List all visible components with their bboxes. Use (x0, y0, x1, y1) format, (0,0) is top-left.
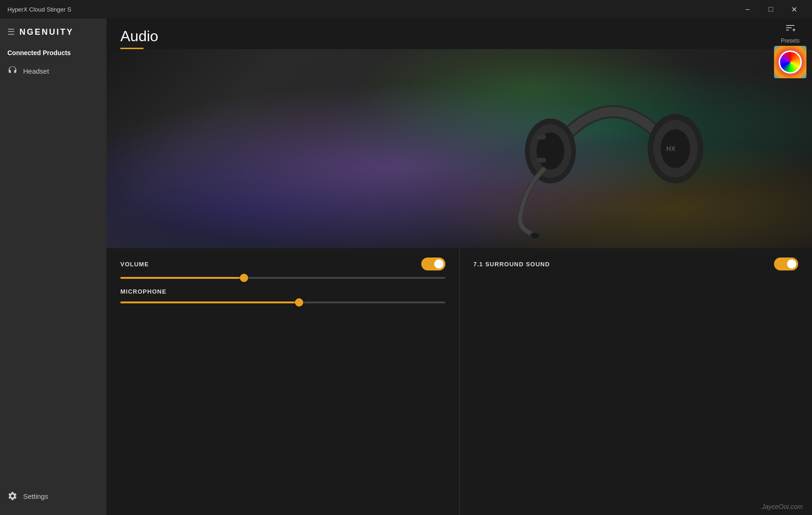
sidebar-bottom: Settings (0, 486, 106, 515)
watermark: JayceOoi.com (762, 503, 803, 510)
presets-area: Presets (768, 19, 812, 82)
volume-slider-track[interactable] (120, 277, 445, 279)
controls-area: VOLUME MICROPHONE 7. (106, 248, 812, 515)
presets-icon (785, 22, 796, 33)
surround-toggle[interactable] (774, 258, 798, 270)
title-bar-left: HyperX Cloud Stinger S (7, 6, 71, 13)
page-title-underline (120, 48, 144, 49)
headset-image: HX (497, 58, 729, 248)
main-content: Presets Audio (106, 19, 812, 515)
maximize-button[interactable]: □ (760, 2, 781, 17)
settings-icon (7, 491, 18, 501)
svg-point-5 (661, 129, 690, 168)
microphone-label: MICROPHONE (120, 288, 167, 295)
sidebar: ☰ NGENUITY Connected Products Headset Se… (0, 19, 106, 515)
hero-area: HX (106, 49, 812, 248)
presets-thumbnail[interactable] (774, 46, 806, 78)
close-button[interactable]: ✕ (783, 2, 805, 17)
headset-icon (7, 66, 18, 76)
title-bar: HyperX Cloud Stinger S – □ ✕ (0, 0, 812, 19)
page-header: Audio (106, 19, 812, 49)
volume-slider-thumb[interactable] (240, 274, 248, 282)
sidebar-item-headset[interactable]: Headset (0, 61, 106, 81)
svg-point-8 (531, 233, 539, 239)
presets-label: Presets (781, 38, 800, 44)
presets-thumbnail-inner (779, 50, 802, 74)
microphone-slider-track[interactable] (120, 301, 445, 303)
volume-row: VOLUME (120, 258, 445, 270)
headset-label: Headset (23, 67, 49, 75)
surround-label: 7.1 SURROUND SOUND (474, 261, 550, 268)
settings-label: Settings (23, 492, 48, 500)
connected-products-title: Connected Products (0, 43, 106, 61)
hamburger-icon[interactable]: ☰ (7, 27, 15, 37)
svg-text:HX: HX (666, 145, 675, 152)
app-body: ☰ NGENUITY Connected Products Headset Se… (0, 19, 812, 515)
page-title: Audio (120, 28, 798, 45)
volume-label: VOLUME (120, 261, 149, 268)
surround-row: 7.1 SURROUND SOUND (474, 258, 799, 270)
microphone-row: MICROPHONE (120, 288, 445, 295)
microphone-slider-fill (120, 301, 299, 303)
volume-panel: VOLUME MICROPHONE (106, 248, 460, 515)
sidebar-item-settings[interactable]: Settings (0, 486, 106, 506)
volume-toggle[interactable] (421, 258, 445, 270)
svg-rect-10 (537, 158, 546, 163)
volume-slider-fill (120, 277, 244, 279)
title-bar-controls: – □ ✕ (737, 2, 805, 17)
title-bar-title: HyperX Cloud Stinger S (7, 6, 71, 13)
ngenuity-logo: NGENUITY (19, 27, 74, 37)
sidebar-header: ☰ NGENUITY (0, 19, 106, 43)
surround-panel: 7.1 SURROUND SOUND (460, 248, 812, 515)
microphone-slider-thumb[interactable] (295, 298, 303, 307)
minimize-button[interactable]: – (737, 2, 758, 17)
presets-button[interactable] (785, 22, 796, 36)
svg-rect-9 (537, 135, 546, 139)
